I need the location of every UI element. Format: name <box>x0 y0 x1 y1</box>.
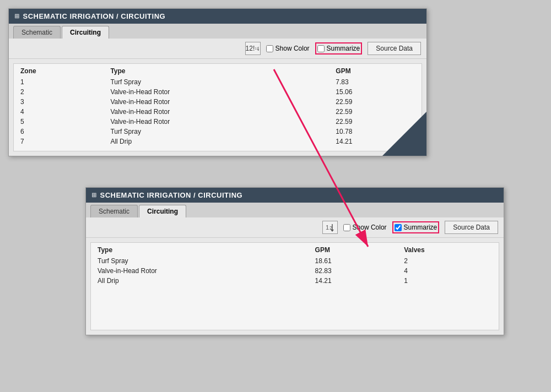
table-cell: 1 <box>14 77 104 87</box>
source-data-button-1[interactable]: Source Data <box>368 42 421 55</box>
table-cell: 3 <box>14 97 104 107</box>
summarize-highlight-2: Summarize <box>392 221 440 233</box>
window-2-titlebar: ⊞ SCHEMATIC IRRIGATION / CIRCUITING <box>86 188 504 203</box>
table-cell: Turf Spray <box>104 77 329 87</box>
summarize-highlight-1: Summarize <box>315 42 363 55</box>
tab-schematic-2[interactable]: Schematic <box>90 205 138 217</box>
window-2-tabs: Schematic Circuiting <box>86 203 504 217</box>
col-type-2: Type <box>91 243 309 256</box>
window-1-title: SCHEMATIC IRRIGATION / CIRCUITING <box>23 12 166 20</box>
summarize-label-1[interactable]: Summarize <box>317 45 360 52</box>
table-cell: 7 <box>14 137 104 146</box>
table-row: 2Valve-in-Head Rotor15.06 <box>14 87 422 97</box>
summarize-checkbox-2[interactable] <box>395 224 402 231</box>
table-header-row-1: Zone Type GPM <box>14 64 422 77</box>
window-1-titlebar: ⊞ SCHEMATIC IRRIGATION / CIRCUITING <box>9 9 426 24</box>
show-color-text-1: Show Color <box>276 45 310 52</box>
table-row: Valve-in-Head Rotor82.834 <box>91 266 499 276</box>
col-gpm-1: GPM <box>329 64 422 77</box>
show-color-checkbox-2[interactable] <box>343 224 350 231</box>
summarize-checkbox-1[interactable] <box>317 45 325 52</box>
tab-schematic-1[interactable]: Schematic <box>13 26 61 39</box>
table-cell: 22.59 <box>329 107 422 117</box>
window-2-title: SCHEMATIC IRRIGATION / CIRCUITING <box>100 191 243 199</box>
window-2-title-icon: ⊞ <box>91 192 97 199</box>
show-color-text-2: Show Color <box>353 224 387 231</box>
window-1-toolbar: 12! 1 2 Show Color Summarize Source Data <box>9 39 426 59</box>
tab-circuiting-2[interactable]: Circuiting <box>139 205 186 217</box>
table-row: 6Turf Spray10.78 <box>14 127 422 137</box>
col-type-1: Type <box>104 64 329 77</box>
window-2-table-area: Type GPM Valves Turf Spray18.612Valve-in… <box>90 242 499 330</box>
table-cell: Turf Spray <box>104 127 329 137</box>
col-zone: Zone <box>14 64 104 77</box>
table-cell: Valve-in-Head Rotor <box>104 97 329 107</box>
table-cell: 1 <box>397 276 499 286</box>
table-cell: Valve-in-Head Rotor <box>91 266 309 276</box>
table-header-row-2: Type GPM Valves <box>91 243 499 256</box>
table-cell: 7.83 <box>329 77 422 87</box>
window-2-content: Schematic Circuiting 1 2 Show Color Summ… <box>86 203 504 335</box>
table-cell: 15.06 <box>329 87 422 97</box>
table-cell: 14.21 <box>309 276 398 286</box>
table-cell: Valve-in-Head Rotor <box>104 117 329 127</box>
table-cell: 4 <box>14 107 104 117</box>
table-cell: 82.83 <box>309 266 398 276</box>
show-color-checkbox-1[interactable] <box>266 45 273 52</box>
table-row: 1Turf Spray7.83 <box>14 77 422 87</box>
summarize-label-2[interactable]: Summarize <box>395 224 437 231</box>
table-cell: 5 <box>14 117 104 127</box>
sort-icon-svg-1: 1 2 <box>255 43 260 53</box>
sort-icon-1: 12! <box>246 45 255 52</box>
table-cell: Valve-in-Head Rotor <box>104 107 329 117</box>
source-data-button-2[interactable]: Source Data <box>445 221 498 234</box>
summarize-text-1: Summarize <box>327 45 360 52</box>
table-row: 4Valve-in-Head Rotor22.59 <box>14 107 422 117</box>
table-cell: 2 <box>397 256 499 266</box>
col-valves: Valves <box>397 243 499 256</box>
svg-text:1: 1 <box>255 47 257 50</box>
table-row: Turf Spray18.612 <box>91 256 499 266</box>
table-cell: 18.61 <box>309 256 398 266</box>
table-row: 7All Drip14.21 <box>14 137 422 146</box>
data-table-2: Type GPM Valves Turf Spray18.612Valve-in… <box>91 243 499 286</box>
sort-icon-svg-2: 1 2 <box>325 222 335 232</box>
svg-marker-7 <box>331 230 334 232</box>
table-cell: 22.59 <box>329 97 422 107</box>
col-gpm-2: GPM <box>309 243 398 256</box>
sort-button-1[interactable]: 12! 1 2 <box>245 42 261 55</box>
sort-button-2[interactable]: 1 2 <box>322 221 338 234</box>
window-1-content: Schematic Circuiting 12! 1 2 Show Color <box>9 24 426 156</box>
show-color-label-2[interactable]: Show Color <box>343 224 387 231</box>
table-cell: 4 <box>397 266 499 276</box>
tab-circuiting-1[interactable]: Circuiting <box>62 26 109 39</box>
table-cell: 22.59 <box>329 117 422 127</box>
table-row: 5Valve-in-Head Rotor22.59 <box>14 117 422 127</box>
svg-marker-3 <box>257 50 259 51</box>
table-cell: All Drip <box>104 137 329 146</box>
svg-text:1: 1 <box>326 224 329 231</box>
show-color-label-1[interactable]: Show Color <box>266 45 310 52</box>
window-1-table-area: Zone Type GPM 1Turf Spray7.832Valve-in-H… <box>13 63 422 151</box>
window-1: ⊞ SCHEMATIC IRRIGATION / CIRCUITING Sche… <box>8 8 427 156</box>
data-table-1: Zone Type GPM 1Turf Spray7.832Valve-in-H… <box>14 64 422 146</box>
window-1-tabs: Schematic Circuiting <box>9 24 426 39</box>
table-cell: All Drip <box>91 276 309 286</box>
table-cell: 6 <box>14 127 104 137</box>
window-1-title-icon: ⊞ <box>14 13 20 20</box>
table-cell: Valve-in-Head Rotor <box>104 87 329 97</box>
window-2-toolbar: 1 2 Show Color Summarize Source Data <box>86 217 504 238</box>
window-2: ⊞ SCHEMATIC IRRIGATION / CIRCUITING Sche… <box>85 187 504 335</box>
summarize-text-2: Summarize <box>404 224 437 231</box>
table-row: All Drip14.211 <box>91 276 499 286</box>
table-cell: Turf Spray <box>91 256 309 266</box>
table-row: 3Valve-in-Head Rotor22.59 <box>14 97 422 107</box>
table-cell: 2 <box>14 87 104 97</box>
